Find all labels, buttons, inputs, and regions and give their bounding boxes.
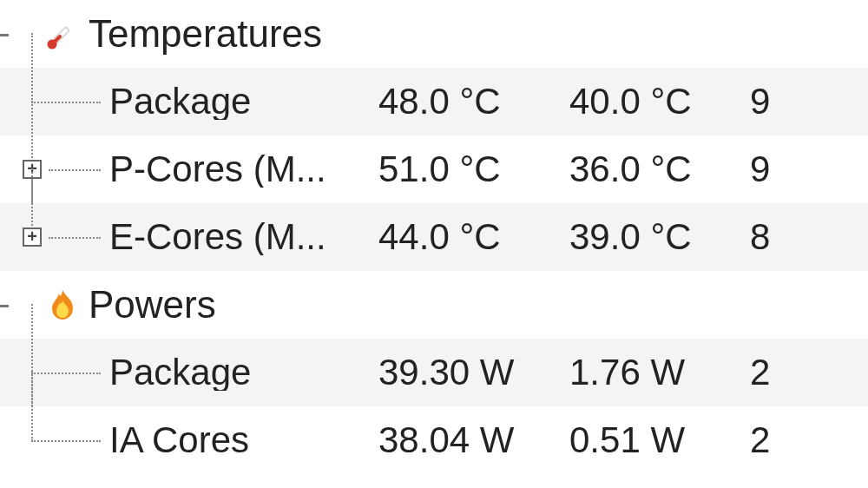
sensor-value-current: 48.0 °C bbox=[378, 83, 569, 120]
group-header-powers[interactable]: Powers bbox=[0, 271, 868, 339]
expand-icon[interactable] bbox=[23, 228, 42, 247]
sensor-label: IA Cores bbox=[109, 422, 378, 458]
sensor-value-min: 0.51 W bbox=[569, 422, 750, 458]
sensor-value-current: 38.04 W bbox=[378, 422, 569, 458]
group-icon-wrap bbox=[0, 271, 89, 339]
tree-gutter bbox=[0, 406, 109, 474]
tree-dash bbox=[0, 34, 9, 36]
sensor-row[interactable]: Package 39.30 W 1.76 W 2 bbox=[0, 339, 868, 406]
sensor-label: P-Cores (M... bbox=[109, 151, 378, 188]
flame-icon bbox=[49, 288, 76, 321]
tree-gutter bbox=[0, 135, 109, 203]
tree-dash bbox=[0, 305, 9, 307]
sensor-value-current: 44.0 °C bbox=[378, 219, 569, 255]
sensor-label: E-Cores (M... bbox=[109, 219, 378, 255]
sensor-value-current: 51.0 °C bbox=[378, 151, 569, 188]
group-icon-wrap bbox=[0, 0, 89, 68]
sensor-label: Package bbox=[109, 354, 378, 391]
svg-point-3 bbox=[48, 40, 57, 49]
sensor-value-min: 39.0 °C bbox=[569, 219, 750, 255]
sensor-value-max: 9 bbox=[750, 83, 868, 120]
tree-gutter bbox=[0, 203, 109, 271]
group-title: Powers bbox=[89, 286, 216, 324]
sensor-row[interactable]: E-Cores (M... 44.0 °C 39.0 °C 8 bbox=[0, 203, 868, 271]
sensor-value-min: 40.0 °C bbox=[569, 83, 750, 120]
tree-gutter bbox=[0, 68, 109, 135]
sensor-row[interactable]: P-Cores (M... 51.0 °C 36.0 °C 9 bbox=[0, 135, 868, 203]
thermometer-icon bbox=[47, 19, 76, 49]
group-title: Temperatures bbox=[89, 15, 322, 53]
tree-gutter bbox=[0, 339, 109, 406]
sensor-value-max: 2 bbox=[750, 422, 868, 458]
sensor-value-max: 2 bbox=[750, 354, 868, 391]
sensor-row[interactable]: IA Cores 38.04 W 0.51 W 2 bbox=[0, 406, 868, 474]
sensor-row[interactable]: Package 48.0 °C 40.0 °C 9 bbox=[0, 68, 868, 135]
sensor-value-max: 9 bbox=[750, 151, 868, 188]
sensor-value-max: 8 bbox=[750, 219, 868, 255]
sensor-label: Package bbox=[109, 83, 378, 120]
sensor-value-min: 36.0 °C bbox=[569, 151, 750, 188]
sensor-value-current: 39.30 W bbox=[378, 354, 569, 391]
group-header-temperatures[interactable]: Temperatures bbox=[0, 0, 868, 68]
sensor-tree: Temperatures Package 48.0 °C 40.0 °C 9 P… bbox=[0, 0, 868, 488]
sensor-value-min: 1.76 W bbox=[569, 354, 750, 391]
